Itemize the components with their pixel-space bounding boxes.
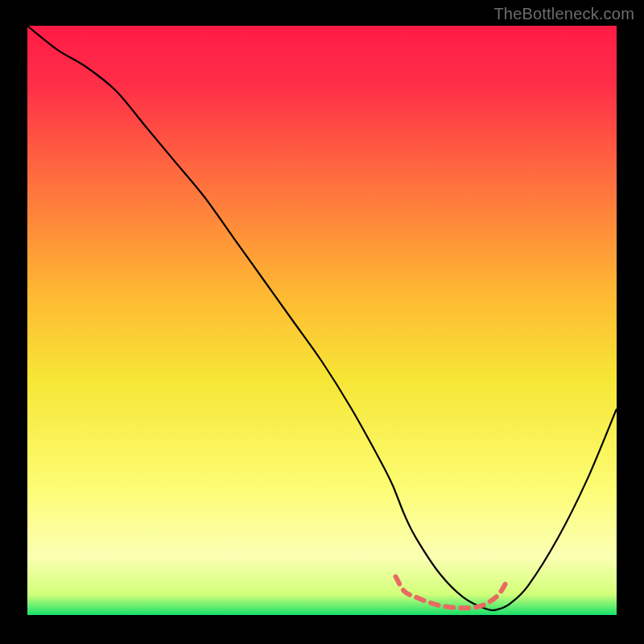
plot-area <box>27 26 617 615</box>
watermark-text: TheBottleneck.com <box>493 5 634 23</box>
gradient-background <box>27 26 617 615</box>
chart-frame: TheBottleneck.com <box>0 0 644 644</box>
chart-svg <box>27 26 617 615</box>
